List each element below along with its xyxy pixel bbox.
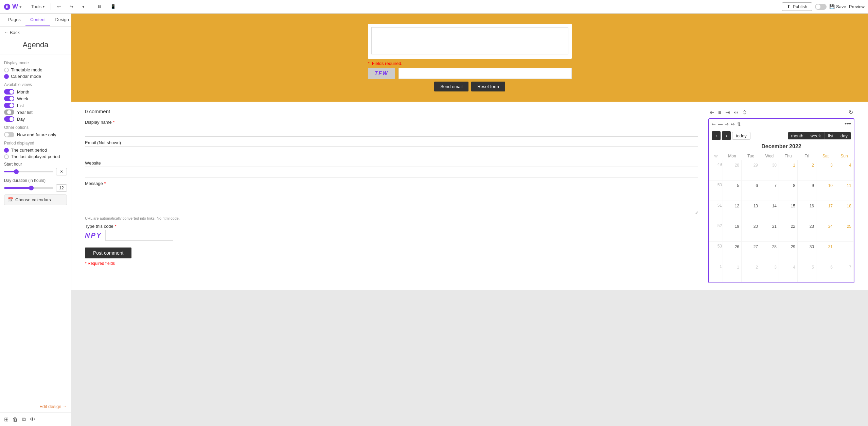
cal-day-cell[interactable]: 16	[798, 201, 816, 221]
cal-dash-icon[interactable]: —	[718, 121, 723, 127]
cal-day-cell[interactable]: 13	[742, 201, 760, 221]
cal-resize-icon[interactable]: ⇅	[737, 121, 741, 127]
align-right-button[interactable]: ⇥	[724, 108, 731, 116]
day-duration-thumb[interactable]	[29, 186, 34, 190]
desktop-view-button[interactable]: 🖥	[94, 3, 104, 11]
cal-day-cell[interactable]: 28	[723, 160, 742, 181]
tab-content[interactable]: Content	[25, 14, 51, 26]
cal-view-month-button[interactable]: month	[788, 132, 807, 139]
cal-day-cell[interactable]: 24	[816, 221, 835, 242]
cal-day-cell[interactable]: 26	[723, 242, 742, 262]
cal-day-cell[interactable]: 7	[835, 262, 854, 283]
cal-day-cell[interactable]: 22	[779, 221, 798, 242]
tab-design[interactable]: Design	[50, 14, 71, 26]
publish-toggle[interactable]	[815, 4, 827, 10]
cal-day-cell[interactable]: 6	[816, 262, 835, 283]
cal-more-options[interactable]: •••	[845, 120, 851, 127]
cal-expand-icon[interactable]: ⇔	[731, 121, 735, 127]
cal-day-cell[interactable]: 23	[798, 221, 816, 242]
cal-day-cell[interactable]: 29	[742, 160, 760, 181]
align-full-button[interactable]: ⇔	[732, 108, 740, 116]
cal-day-cell[interactable]: 4	[835, 160, 854, 181]
start-hour-thumb[interactable]	[14, 169, 19, 174]
cal-day-cell[interactable]: 9	[798, 181, 816, 201]
cal-view-week-button[interactable]: week	[807, 132, 824, 139]
message-textarea[interactable]	[371, 27, 568, 54]
cal-day-cell[interactable]: 12	[723, 201, 742, 221]
tab-pages[interactable]: Pages	[3, 14, 25, 26]
history-button[interactable]: ▾	[79, 3, 87, 11]
cal-day-cell[interactable]: 30	[798, 242, 816, 262]
day-duration-track[interactable]	[4, 187, 53, 189]
visibility-icon[interactable]: 👁	[30, 416, 35, 423]
cal-day-cell[interactable]: 19	[723, 221, 742, 242]
back-button[interactable]: ← Back	[0, 27, 71, 38]
cal-day-cell[interactable]: 15	[779, 201, 798, 221]
cal-next-button[interactable]: ›	[722, 131, 731, 140]
cal-day-cell[interactable]: 10	[816, 181, 835, 201]
website-input[interactable]	[85, 167, 698, 177]
cal-day-cell[interactable]: 11	[835, 181, 854, 201]
cal-day-cell[interactable]: 8	[779, 181, 798, 201]
undo-button[interactable]: ↩	[54, 3, 64, 11]
view-list-toggle[interactable]	[4, 103, 14, 108]
message-input[interactable]	[85, 187, 698, 214]
align-left-button[interactable]: ⇤	[708, 108, 715, 116]
view-week-toggle[interactable]	[4, 96, 14, 101]
cal-day-cell[interactable]: 7	[760, 181, 779, 201]
cal-day-cell[interactable]: 27	[742, 242, 760, 262]
cal-today-button[interactable]: today	[732, 132, 750, 140]
cal-day-cell[interactable]: 2	[742, 262, 760, 283]
reset-form-button[interactable]: Reset form	[471, 82, 505, 91]
cal-day-cell[interactable]: 14	[760, 201, 779, 221]
cal-arrow-left-icon[interactable]: ⇐	[712, 121, 716, 127]
start-hour-track[interactable]	[4, 171, 53, 172]
publish-button[interactable]: ⬆ Publish	[782, 2, 812, 11]
save-button[interactable]: 💾 Save	[829, 4, 846, 9]
radio-timetable[interactable]: Timetable mode	[4, 67, 67, 72]
now-future-toggle[interactable]	[4, 132, 14, 137]
edit-design-link[interactable]: Edit design →	[0, 401, 71, 412]
cal-day-cell[interactable]: 20	[742, 221, 760, 242]
cal-prev-button[interactable]: ‹	[712, 131, 721, 140]
add-section-icon[interactable]: ⊞	[4, 416, 8, 423]
delete-icon[interactable]: 🗑	[13, 416, 18, 423]
cal-day-cell[interactable]: 25	[835, 221, 854, 242]
cal-day-cell[interactable]: 3	[760, 262, 779, 283]
brand-logo[interactable]: W ▾	[3, 3, 21, 11]
email-input[interactable]	[85, 146, 698, 157]
view-month-toggle[interactable]	[4, 89, 14, 95]
cal-day-cell[interactable]: 3	[816, 160, 835, 181]
radio-last-period[interactable]: The last displayed period	[4, 154, 67, 159]
captcha-input[interactable]	[398, 68, 572, 79]
send-email-button[interactable]: Send email	[434, 82, 468, 91]
start-hour-input[interactable]: 8	[56, 168, 67, 175]
refresh-button[interactable]: ↻	[847, 108, 854, 116]
choose-calendars-button[interactable]: 📅 Choose calendars	[4, 194, 67, 205]
cal-day-cell[interactable]: 1	[779, 160, 798, 181]
view-yearlist-toggle[interactable]	[4, 109, 14, 115]
cal-day-cell[interactable]: 5	[798, 262, 816, 283]
cal-day-cell[interactable]: 2	[798, 160, 816, 181]
preview-button[interactable]: Preview	[849, 4, 865, 9]
cal-day-cell[interactable]: 30	[760, 160, 779, 181]
captcha-code-input[interactable]	[105, 230, 173, 241]
cal-day-cell[interactable]: 4	[779, 262, 798, 283]
view-day-toggle[interactable]	[4, 116, 14, 122]
cal-day-cell[interactable]: 5	[723, 181, 742, 201]
cal-day-cell[interactable]: 1	[723, 262, 742, 283]
align-vertical-button[interactable]: ⇕	[741, 108, 748, 116]
cal-day-cell[interactable]	[835, 242, 854, 262]
cal-day-cell[interactable]: 28	[760, 242, 779, 262]
radio-current-period[interactable]: The current period	[4, 148, 67, 153]
cal-view-list-button[interactable]: list	[824, 132, 837, 139]
tools-menu[interactable]: Tools ▾	[29, 3, 47, 11]
layers-icon[interactable]: ⧉	[22, 416, 26, 423]
cal-day-cell[interactable]: 31	[816, 242, 835, 262]
cal-arrow-right-icon[interactable]: ⇒	[725, 121, 729, 127]
cal-day-cell[interactable]: 21	[760, 221, 779, 242]
post-comment-button[interactable]: Post comment	[85, 248, 131, 258]
radio-calendar[interactable]: Calendar mode	[4, 74, 67, 79]
mobile-view-button[interactable]: 📱	[108, 3, 119, 11]
brand-chevron[interactable]: ▾	[19, 4, 21, 9]
